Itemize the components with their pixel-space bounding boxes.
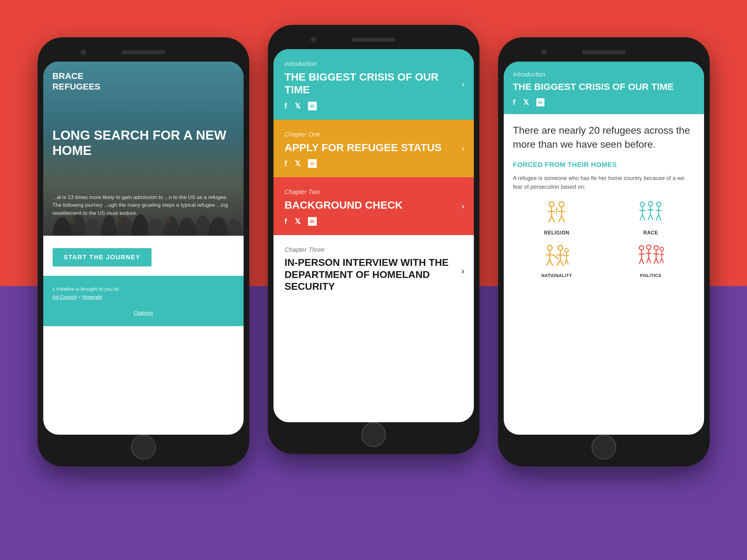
ad-council-link[interactable]: Ad Council (53, 294, 77, 300)
phone3-linkedin-icon[interactable]: in (536, 98, 544, 106)
svg-line-76 (660, 258, 662, 263)
ch3-title: IN-PERSON INTERVIEW WITH THE DEPARTMENT … (285, 257, 463, 292)
phone3-intro-label: Introduction (513, 71, 695, 78)
politics-icon-item: POLITICS (607, 242, 695, 278)
intro-linkedin-icon[interactable]: in (308, 102, 317, 110)
svg-line-52 (560, 260, 563, 266)
phone3-body-content: There are nearly 20 refugees across the … (504, 114, 704, 287)
ch2-linkedin-icon[interactable]: in (308, 217, 317, 226)
intro-facebook-icon[interactable]: f (285, 102, 287, 110)
nationality-label: NATIONALITY (513, 273, 601, 278)
phone3-bottom (504, 435, 704, 459)
svg-point-58 (639, 246, 644, 250)
ch3-chevron: › (461, 266, 464, 276)
ch1-social-icons: f 𝕏 in (285, 159, 463, 168)
svg-line-23 (559, 216, 562, 222)
svg-line-46 (550, 260, 553, 266)
svg-line-66 (646, 258, 649, 263)
phone1-hero: BRACE REFUGEES LONG SEARCH FOR A NEW HOM… (43, 61, 243, 236)
ch3-label: Chapter Three (285, 246, 463, 254)
race-figure (635, 199, 666, 227)
phone2-screen: Introduction THE BIGGEST CRISIS OF OUR T… (274, 49, 474, 422)
chapter-two-section[interactable]: Chapter Two BACKGROUND CHECK f 𝕏 in › (274, 177, 474, 235)
svg-point-42 (547, 245, 552, 250)
phone1-screen: BRACE REFUGEES LONG SEARCH FOR A NEW HOM… (43, 61, 243, 435)
intro-label: Introduction (285, 60, 463, 68)
svg-line-67 (649, 258, 651, 263)
intro-chevron: › (461, 79, 464, 89)
phone3-intro-header: Introduction THE BIGGEST CRISIS OF OUR T… (504, 61, 704, 114)
svg-line-61 (639, 258, 642, 264)
svg-line-45 (547, 260, 550, 266)
svg-point-0 (53, 217, 71, 236)
phone3-subheading: FORCED FROM THEIR HOMES (513, 161, 695, 169)
svg-point-73 (660, 247, 664, 251)
svg-point-32 (648, 202, 653, 206)
chapter-one-section[interactable]: Chapter One APPLY FOR REFUGEE STATUS f 𝕏… (274, 120, 474, 178)
race-label: RACE (607, 230, 695, 236)
phone2-top-bar (274, 30, 474, 49)
hyperakt-link[interactable]: Hyperakt (82, 294, 102, 300)
ch2-social-icons: f 𝕏 in (285, 217, 463, 226)
phone3-home-button[interactable] (591, 435, 616, 459)
ch2-title: BACKGROUND CHECK (285, 199, 463, 211)
svg-point-10 (208, 217, 228, 236)
phone1-top-bar (43, 43, 243, 61)
phone3-intro-title: THE BIGGEST CRISIS OF OUR TIME (513, 81, 695, 92)
phone2-intro-section[interactable]: Introduction THE BIGGEST CRISIS OF OUR T… (274, 49, 474, 120)
religion-label: RELIGION (513, 230, 601, 236)
phones-container: BRACE REFUGEES LONG SEARCH FOR A NEW HOM… (0, 25, 747, 466)
svg-point-53 (565, 248, 568, 252)
politics-label: POLITICS (607, 273, 695, 278)
phone3-facebook-icon[interactable]: f (513, 98, 516, 107)
start-journey-button[interactable]: START THE JOURNEY (53, 248, 152, 266)
svg-point-15 (549, 202, 554, 207)
nationality-icon-item: NATIONALITY (513, 242, 601, 278)
svg-point-8 (178, 218, 196, 236)
svg-line-19 (551, 216, 555, 222)
svg-point-20 (559, 202, 564, 207)
ch1-linkedin-icon[interactable]: in (308, 159, 317, 168)
svg-point-27 (640, 202, 645, 207)
phone2-bottom (274, 422, 474, 447)
svg-line-24 (562, 216, 565, 222)
svg-point-3 (101, 215, 117, 236)
ch1-twitter-icon[interactable]: 𝕏 (294, 159, 301, 168)
svg-rect-14 (165, 216, 170, 224)
ch2-facebook-icon[interactable]: f (285, 217, 287, 226)
phone3-body-text: A refugee is someone who has fle her hom… (513, 174, 695, 192)
svg-line-18 (548, 216, 551, 222)
intro-twitter-icon[interactable]: 𝕏 (294, 102, 301, 110)
svg-rect-12 (70, 217, 75, 225)
svg-line-41 (659, 215, 661, 220)
intro-social-icons: f 𝕏 in (285, 102, 463, 110)
persecution-icons-grid: RELIGION (513, 199, 695, 278)
ch1-facebook-icon[interactable]: f (285, 159, 287, 168)
chapter-three-section[interactable]: Chapter Three IN-PERSON INTERVIEW WITH T… (274, 235, 474, 307)
nationality-figure (541, 242, 572, 270)
phone1-body: ...al is 13 times more likely to gain ad… (53, 193, 234, 217)
phone3-twitter-icon[interactable]: 𝕏 (523, 98, 529, 107)
svg-line-30 (640, 215, 642, 220)
citations-link[interactable]: Citations (133, 310, 153, 316)
svg-point-68 (654, 246, 658, 250)
phone1-home-button[interactable] (131, 435, 156, 459)
phone1-cta-area: START THE JOURNEY (43, 236, 243, 276)
intro-title: THE BIGGEST CRISIS OF OUR TIME (285, 71, 463, 96)
phone2-home-button[interactable] (361, 422, 386, 447)
phone1-content: BRACE REFUGEES LONG SEARCH FOR A NEW HOM… (43, 61, 243, 435)
ch1-title: APPLY FOR REFUGEE STATUS (285, 141, 463, 154)
phone-3: Introduction THE BIGGEST CRISIS OF OUR T… (498, 37, 710, 466)
ch2-twitter-icon[interactable]: 𝕏 (294, 217, 301, 226)
phone3-main-text: There are nearly 20 refugees across the … (513, 124, 695, 152)
phone2-camera (311, 37, 316, 43)
svg-point-48 (558, 245, 563, 250)
religion-figure (541, 199, 572, 227)
ch1-chevron: › (461, 143, 464, 153)
ch2-label: Chapter Two (285, 188, 463, 195)
race-icon-item: RACE (607, 199, 695, 236)
phone3-social-icons: f 𝕏 in (513, 98, 695, 107)
svg-point-11 (226, 219, 242, 236)
ch2-chevron: › (461, 201, 464, 211)
svg-point-37 (656, 202, 661, 207)
